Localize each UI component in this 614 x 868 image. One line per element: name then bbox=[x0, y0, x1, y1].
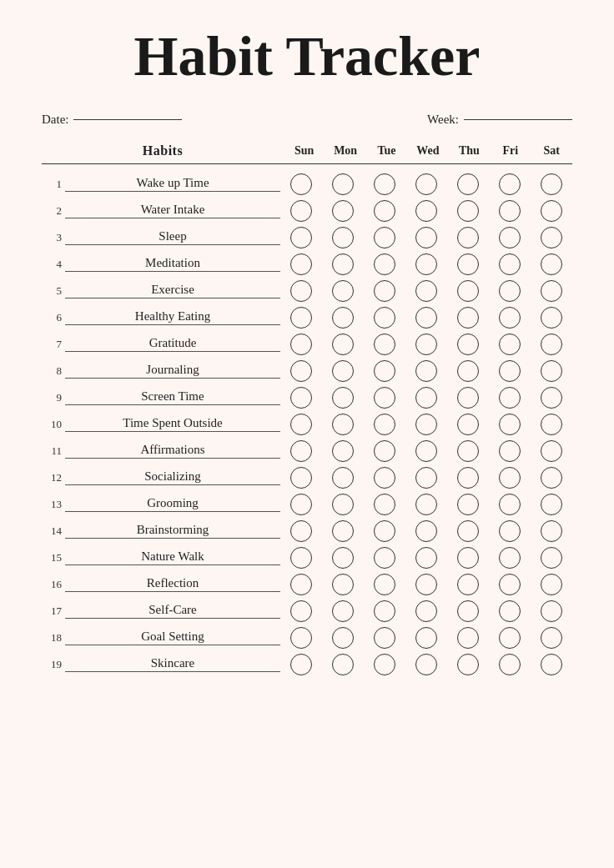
habit-circle-2-day-6[interactable] bbox=[541, 200, 562, 222]
habit-circle-7-day-3[interactable] bbox=[415, 334, 437, 355]
habit-circle-15-day-0[interactable] bbox=[290, 547, 312, 569]
habit-circle-14-day-6[interactable] bbox=[541, 520, 562, 542]
habit-circle-18-day-5[interactable] bbox=[499, 627, 521, 649]
habit-circle-4-day-4[interactable] bbox=[457, 253, 479, 275]
habit-circle-12-day-5[interactable] bbox=[499, 467, 521, 489]
habit-circle-10-day-3[interactable] bbox=[415, 414, 437, 435]
habit-circle-19-day-2[interactable] bbox=[374, 654, 395, 675]
habit-circle-4-day-1[interactable] bbox=[332, 253, 354, 275]
habit-circle-16-day-2[interactable] bbox=[374, 574, 395, 595]
habit-circle-8-day-3[interactable] bbox=[415, 360, 437, 382]
habit-circle-13-day-0[interactable] bbox=[290, 494, 312, 515]
habit-circle-9-day-4[interactable] bbox=[457, 387, 479, 409]
habit-circle-10-day-1[interactable] bbox=[332, 414, 354, 435]
habit-circle-4-day-0[interactable] bbox=[290, 253, 312, 275]
habit-circle-15-day-4[interactable] bbox=[457, 547, 479, 569]
habit-circle-17-day-4[interactable] bbox=[457, 600, 479, 622]
habit-circle-8-day-6[interactable] bbox=[541, 360, 562, 382]
habit-circle-7-day-0[interactable] bbox=[290, 334, 312, 355]
habit-circle-13-day-3[interactable] bbox=[415, 494, 437, 515]
habit-circle-16-day-3[interactable] bbox=[415, 574, 437, 595]
habit-circle-1-day-4[interactable] bbox=[457, 173, 479, 195]
habit-circle-4-day-3[interactable] bbox=[415, 253, 437, 275]
habit-circle-1-day-2[interactable] bbox=[374, 173, 395, 195]
habit-circle-15-day-1[interactable] bbox=[332, 547, 354, 569]
habit-circle-17-day-3[interactable] bbox=[415, 600, 437, 622]
habit-circle-18-day-0[interactable] bbox=[290, 627, 312, 649]
habit-circle-1-day-0[interactable] bbox=[290, 173, 312, 195]
habit-circle-6-day-3[interactable] bbox=[415, 307, 437, 329]
habit-circle-11-day-4[interactable] bbox=[457, 440, 479, 462]
habit-circle-16-day-4[interactable] bbox=[457, 574, 479, 595]
habit-circle-15-day-6[interactable] bbox=[541, 547, 562, 569]
habit-circle-14-day-4[interactable] bbox=[457, 520, 479, 542]
habit-circle-13-day-2[interactable] bbox=[374, 494, 395, 515]
habit-circle-18-day-3[interactable] bbox=[415, 627, 437, 649]
week-line[interactable] bbox=[464, 119, 572, 120]
habit-circle-6-day-1[interactable] bbox=[332, 307, 354, 329]
habit-circle-10-day-6[interactable] bbox=[541, 414, 562, 435]
habit-circle-12-day-4[interactable] bbox=[457, 467, 479, 489]
habit-circle-19-day-6[interactable] bbox=[541, 654, 562, 675]
habit-circle-9-day-3[interactable] bbox=[415, 387, 437, 409]
habit-circle-10-day-2[interactable] bbox=[374, 414, 395, 435]
habit-circle-7-day-5[interactable] bbox=[499, 334, 521, 355]
habit-circle-17-day-2[interactable] bbox=[374, 600, 395, 622]
habit-circle-8-day-2[interactable] bbox=[374, 360, 395, 382]
habit-circle-3-day-5[interactable] bbox=[499, 227, 521, 248]
habit-circle-3-day-1[interactable] bbox=[332, 227, 354, 248]
habit-circle-5-day-0[interactable] bbox=[290, 280, 312, 302]
habit-circle-2-day-5[interactable] bbox=[499, 200, 521, 222]
habit-circle-5-day-6[interactable] bbox=[541, 280, 562, 302]
habit-circle-11-day-2[interactable] bbox=[374, 440, 395, 462]
habit-circle-14-day-0[interactable] bbox=[290, 520, 312, 542]
habit-circle-15-day-2[interactable] bbox=[374, 547, 395, 569]
habit-circle-4-day-6[interactable] bbox=[541, 253, 562, 275]
habit-circle-9-day-2[interactable] bbox=[374, 387, 395, 409]
habit-circle-10-day-5[interactable] bbox=[499, 414, 521, 435]
habit-circle-2-day-3[interactable] bbox=[415, 200, 437, 222]
habit-circle-5-day-3[interactable] bbox=[415, 280, 437, 302]
habit-circle-14-day-1[interactable] bbox=[332, 520, 354, 542]
habit-circle-3-day-4[interactable] bbox=[457, 227, 479, 248]
habit-circle-17-day-1[interactable] bbox=[332, 600, 354, 622]
habit-circle-18-day-6[interactable] bbox=[541, 627, 562, 649]
habit-circle-8-day-5[interactable] bbox=[499, 360, 521, 382]
habit-circle-6-day-4[interactable] bbox=[457, 307, 479, 329]
habit-circle-6-day-6[interactable] bbox=[541, 307, 562, 329]
habit-circle-6-day-2[interactable] bbox=[374, 307, 395, 329]
habit-circle-5-day-2[interactable] bbox=[374, 280, 395, 302]
habit-circle-11-day-0[interactable] bbox=[290, 440, 312, 462]
habit-circle-1-day-5[interactable] bbox=[499, 173, 521, 195]
habit-circle-18-day-4[interactable] bbox=[457, 627, 479, 649]
habit-circle-1-day-3[interactable] bbox=[415, 173, 437, 195]
habit-circle-5-day-4[interactable] bbox=[457, 280, 479, 302]
habit-circle-13-day-6[interactable] bbox=[541, 494, 562, 515]
habit-circle-16-day-6[interactable] bbox=[541, 574, 562, 595]
habit-circle-19-day-0[interactable] bbox=[290, 654, 312, 675]
habit-circle-18-day-1[interactable] bbox=[332, 627, 354, 649]
habit-circle-12-day-6[interactable] bbox=[541, 467, 562, 489]
habit-circle-14-day-3[interactable] bbox=[415, 520, 437, 542]
habit-circle-17-day-5[interactable] bbox=[499, 600, 521, 622]
habit-circle-9-day-5[interactable] bbox=[499, 387, 521, 409]
habit-circle-2-day-2[interactable] bbox=[374, 200, 395, 222]
habit-circle-3-day-3[interactable] bbox=[415, 227, 437, 248]
habit-circle-6-day-5[interactable] bbox=[499, 307, 521, 329]
habit-circle-19-day-5[interactable] bbox=[499, 654, 521, 675]
habit-circle-3-day-0[interactable] bbox=[290, 227, 312, 248]
habit-circle-7-day-2[interactable] bbox=[374, 334, 395, 355]
habit-circle-16-day-5[interactable] bbox=[499, 574, 521, 595]
habit-circle-4-day-2[interactable] bbox=[374, 253, 395, 275]
habit-circle-1-day-6[interactable] bbox=[541, 173, 562, 195]
habit-circle-9-day-6[interactable] bbox=[541, 387, 562, 409]
habit-circle-19-day-3[interactable] bbox=[415, 654, 437, 675]
habit-circle-19-day-4[interactable] bbox=[457, 654, 479, 675]
habit-circle-11-day-1[interactable] bbox=[332, 440, 354, 462]
habit-circle-14-day-5[interactable] bbox=[499, 520, 521, 542]
habit-circle-18-day-2[interactable] bbox=[374, 627, 395, 649]
habit-circle-4-day-5[interactable] bbox=[499, 253, 521, 275]
habit-circle-15-day-3[interactable] bbox=[415, 547, 437, 569]
habit-circle-11-day-3[interactable] bbox=[415, 440, 437, 462]
habit-circle-14-day-2[interactable] bbox=[374, 520, 395, 542]
